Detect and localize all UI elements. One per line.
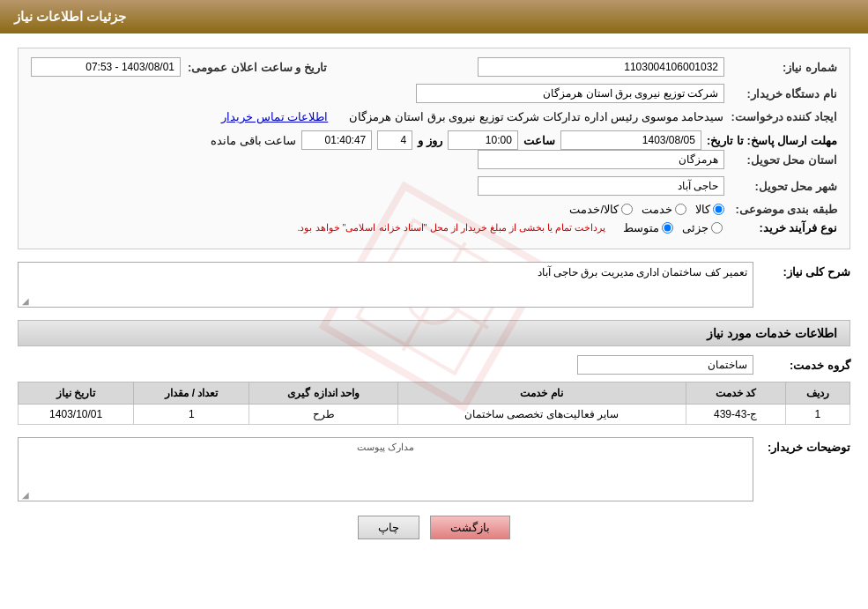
process-motavasset: متوسط: [623, 221, 673, 234]
city-value: حاجی آباد: [478, 176, 724, 196]
buyer-name-row: نام دستگاه خریدار: شرکت توزیع نیروی برق …: [31, 84, 837, 103]
city-row: شهر محل تحویل: حاجی آباد: [31, 176, 837, 196]
cell-name: سایر فعالیت‌های تخصصی ساختمان: [397, 405, 686, 425]
col-radif: ردیف: [785, 382, 849, 405]
page-title: جزئیات اطلاعات نیاز: [14, 9, 126, 24]
subject-kala: کالا: [695, 203, 724, 216]
tawzih-inner-label: مدارک پیوست: [24, 442, 747, 453]
creator-label: ایجاد کننده درخواست:: [731, 110, 837, 123]
process-jozii-label: جزئی: [682, 221, 708, 234]
tawzih-value: [24, 453, 747, 497]
deadline-remaining: 01:40:47: [301, 130, 372, 150]
table-row: 1 ج-43-439 سایر فعالیت‌های تخصصی ساختمان…: [19, 405, 850, 425]
niaz-number-value: 1103004106001032: [478, 57, 724, 77]
province-label: استان محل تحویل:: [731, 153, 837, 167]
subject-row: طبقه بندی موضوعی: کالا خدمت کالا/خدمت: [31, 203, 837, 216]
info-section: شماره نیاز: 1103004106001032 تاریخ و ساع…: [18, 48, 850, 249]
process-note: پرداخت تمام یا بخشی از مبلغ خریدار از مح…: [297, 222, 605, 234]
buyer-name-value: شرکت توزیع نیروی برق استان هرمزگان: [416, 84, 724, 103]
subject-label: طبقه بندی موضوعی:: [731, 203, 837, 216]
col-name: نام خدمت: [397, 382, 686, 405]
group-row: گروه خدمت: ساختمان: [18, 355, 850, 375]
col-code: کد خدمت: [686, 382, 785, 405]
buyer-name-label: نام دستگاه خریدار:: [731, 87, 837, 100]
service-section-title: اطلاعات خدمات مورد نیاز: [18, 320, 850, 346]
resize-handle-sharh: ◢: [20, 296, 29, 305]
deadline-days: 4: [377, 130, 412, 150]
buttons-row: بازگشت چاپ: [18, 516, 850, 539]
deadline-time-label: ساعت: [523, 134, 555, 147]
city-label: شهر محل تحویل:: [731, 180, 837, 193]
back-button[interactable]: بازگشت: [430, 516, 510, 539]
subject-khedmat-radio[interactable]: [675, 204, 686, 215]
niaz-number-row: شماره نیاز: 1103004106001032 تاریخ و ساع…: [31, 57, 837, 77]
group-value: ساختمان: [577, 355, 753, 375]
subject-kala-khedmat-radio[interactable]: [621, 204, 633, 215]
resize-handle-tawzih: ◢: [20, 490, 29, 499]
subject-kala-radio[interactable]: [713, 204, 724, 215]
process-motavasset-label: متوسط: [623, 221, 659, 234]
deadline-date: 1403/08/05: [560, 130, 701, 150]
province-row: استان محل تحویل: هرمزگان: [31, 150, 837, 169]
process-label: نوع فرآیند خرید:: [731, 221, 837, 234]
deadline-remaining-label: ساعت باقی مانده: [211, 134, 296, 147]
province-value: هرمزگان: [478, 150, 724, 169]
cell-radif: 1: [785, 405, 849, 425]
announce-value: 1403/08/01 - 07:53: [31, 57, 181, 77]
deadline-row: مهلت ارسال پاسخ: تا تاریخ: 1403/08/05 سا…: [31, 130, 837, 150]
deadline-label: مهلت ارسال پاسخ: تا تاریخ:: [707, 134, 837, 147]
sharh-box: تعمیر کف ساختمان اداری مدیریت برق حاجی آ…: [18, 262, 753, 308]
subject-radio-group: کالا خدمت کالا/خدمت: [569, 203, 724, 216]
subject-khedmat-label: خدمت: [642, 203, 672, 216]
cell-qty: 1: [134, 405, 249, 425]
subject-khedmat: خدمت: [642, 203, 686, 216]
subject-kala-khedmat: کالا/خدمت: [569, 203, 633, 216]
subject-kala-khedmat-label: کالا/خدمت: [569, 203, 619, 216]
sharh-label: شرح کلی نیاز:: [762, 262, 850, 279]
creator-row: ایجاد کننده درخواست: سیدحامد موسوی رئیس …: [31, 110, 837, 123]
cell-unit: طرح: [249, 405, 397, 425]
col-date: تاریخ نیاز: [19, 382, 134, 405]
deadline-days-label: روز و: [418, 134, 442, 147]
process-radio-group: جزئی متوسط: [623, 221, 723, 234]
col-qty: تعداد / مقدار: [134, 382, 249, 405]
print-button[interactable]: چاپ: [358, 516, 419, 539]
table-header-row: ردیف کد خدمت نام خدمت واحد اندازه گیری ت…: [19, 382, 850, 405]
sharh-value: تعمیر کف ساختمان اداری مدیریت برق حاجی آ…: [538, 266, 747, 279]
group-label: گروه خدمت:: [762, 359, 850, 372]
tawzih-box: مدارک پیوست ◢: [18, 437, 753, 501]
process-motavasset-radio[interactable]: [662, 222, 673, 234]
sharh-section: شرح کلی نیاز: تعمیر کف ساختمان اداری مدی…: [18, 262, 850, 308]
process-jozii: جزئی: [682, 221, 723, 234]
subject-kala-label: کالا: [695, 203, 710, 216]
cell-code: ج-43-439: [686, 405, 785, 425]
deadline-time: 10:00: [448, 130, 518, 150]
process-jozii-radio[interactable]: [711, 222, 723, 234]
tawzih-section: توضیحات خریدار: مدارک پیوست ◢: [18, 437, 850, 501]
cell-date: 1403/10/01: [19, 405, 134, 425]
tawzih-label: توضیحات خریدار:: [762, 437, 850, 454]
process-row: نوع فرآیند خرید: جزئی متوسط پرداخت تمام …: [31, 221, 837, 234]
page-header: جزئیات اطلاعات نیاز: [0, 0, 868, 33]
service-table: ردیف کد خدمت نام خدمت واحد اندازه گیری ت…: [18, 382, 850, 425]
service-section: اطلاعات خدمات مورد نیاز گروه خدمت: ساختم…: [18, 320, 850, 425]
announce-label: تاریخ و ساعت اعلان عمومی:: [188, 61, 327, 74]
creator-value: سیدحامد موسوی رئیس اداره تدارکات شرکت تو…: [349, 110, 723, 123]
niaz-number-label: شماره نیاز:: [731, 61, 837, 74]
contact-link[interactable]: اطلاعات تماس خریدار: [221, 110, 328, 123]
col-unit: واحد اندازه گیری: [249, 382, 397, 405]
